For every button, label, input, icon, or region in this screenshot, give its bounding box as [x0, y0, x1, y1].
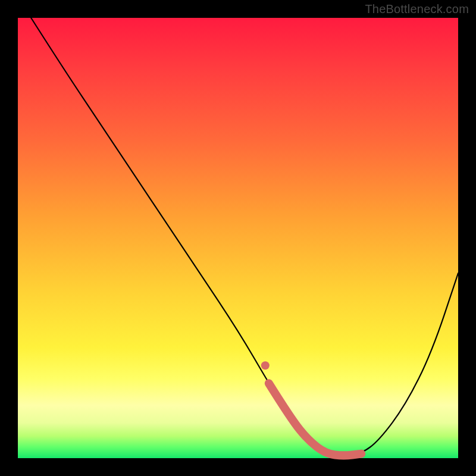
- optimal-zone-dot: [261, 361, 270, 369]
- plot-area: [18, 18, 458, 458]
- watermark-text: TheBottleneck.com: [365, 2, 469, 16]
- optimal-zone-stroke: [269, 383, 361, 455]
- curve-layer: [18, 18, 458, 458]
- chart-frame: TheBottleneck.com: [0, 0, 476, 476]
- optimal-zone: [261, 361, 361, 455]
- bottleneck-curve: [31, 18, 458, 455]
